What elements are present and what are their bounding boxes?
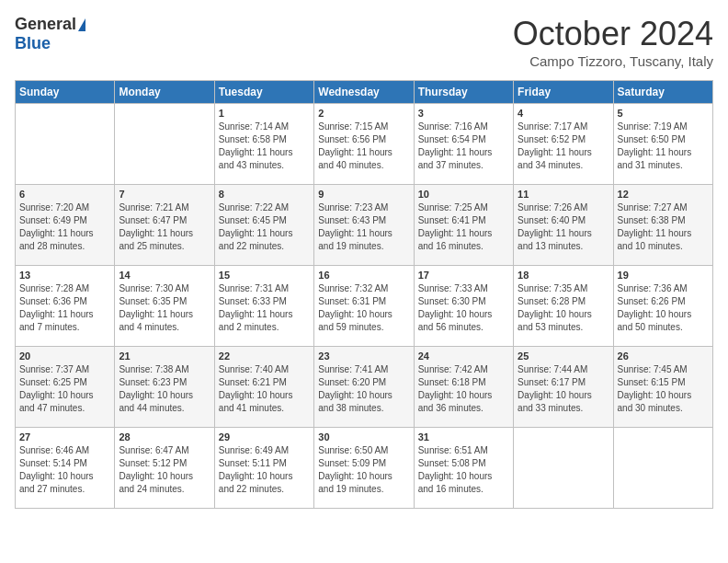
day-number: 4 — [518, 108, 609, 119]
calendar-cell: 6Sunrise: 7:20 AMSunset: 6:49 PMDaylight… — [16, 185, 115, 266]
day-number: 10 — [418, 189, 509, 200]
calendar-cell: 14Sunrise: 7:30 AMSunset: 6:35 PMDayligh… — [115, 266, 214, 347]
calendar-cell: 16Sunrise: 7:32 AMSunset: 6:31 PMDayligh… — [314, 266, 414, 347]
calendar-cell: 1Sunrise: 7:14 AMSunset: 6:58 PMDaylight… — [214, 104, 313, 185]
day-info: Sunrise: 7:37 AMSunset: 6:25 PMDaylight:… — [19, 363, 110, 415]
day-info: Sunrise: 7:15 AMSunset: 6:56 PMDaylight:… — [318, 121, 409, 172]
day-info: Sunrise: 7:27 AMSunset: 6:38 PMDaylight:… — [618, 201, 709, 253]
calendar-cell: 22Sunrise: 7:40 AMSunset: 6:21 PMDayligh… — [214, 347, 313, 428]
day-number: 7 — [119, 189, 210, 200]
logo-blue-text: Blue — [15, 34, 51, 53]
day-number: 29 — [219, 431, 310, 442]
logo-arrow-icon — [78, 18, 85, 31]
calendar-table: SundayMondayTuesdayWednesdayThursdayFrid… — [15, 80, 713, 509]
day-info: Sunrise: 6:47 AMSunset: 5:12 PMDaylight:… — [119, 444, 210, 496]
day-info: Sunrise: 7:41 AMSunset: 6:20 PMDaylight:… — [318, 363, 409, 415]
day-header-friday: Friday — [514, 81, 613, 104]
day-info: Sunrise: 7:33 AMSunset: 6:30 PMDaylight:… — [418, 282, 509, 334]
calendar-cell: 12Sunrise: 7:27 AMSunset: 6:38 PMDayligh… — [613, 185, 712, 266]
day-info: Sunrise: 7:38 AMSunset: 6:23 PMDaylight:… — [119, 363, 210, 415]
day-info: Sunrise: 7:35 AMSunset: 6:28 PMDaylight:… — [518, 282, 609, 334]
calendar-cell: 8Sunrise: 7:22 AMSunset: 6:45 PMDaylight… — [214, 185, 313, 266]
calendar-cell: 5Sunrise: 7:19 AMSunset: 6:50 PMDaylight… — [613, 104, 712, 185]
day-info: Sunrise: 6:50 AMSunset: 5:09 PMDaylight:… — [318, 444, 409, 496]
day-info: Sunrise: 6:51 AMSunset: 5:08 PMDaylight:… — [418, 444, 509, 496]
calendar-cell — [514, 428, 613, 509]
calendar-cell: 3Sunrise: 7:16 AMSunset: 6:54 PMDaylight… — [414, 104, 513, 185]
week-row-2: 6Sunrise: 7:20 AMSunset: 6:49 PMDaylight… — [16, 185, 713, 266]
day-info: Sunrise: 7:32 AMSunset: 6:31 PMDaylight:… — [318, 282, 409, 334]
day-number: 3 — [418, 108, 509, 119]
day-header-tuesday: Tuesday — [214, 81, 313, 104]
calendar-cell: 28Sunrise: 6:47 AMSunset: 5:12 PMDayligh… — [115, 428, 214, 509]
day-number: 22 — [219, 350, 310, 362]
week-row-4: 20Sunrise: 7:37 AMSunset: 6:25 PMDayligh… — [16, 347, 713, 428]
day-info: Sunrise: 7:28 AMSunset: 6:36 PMDaylight:… — [19, 282, 110, 334]
calendar-cell: 15Sunrise: 7:31 AMSunset: 6:33 PMDayligh… — [214, 266, 313, 347]
calendar-cell: 18Sunrise: 7:35 AMSunset: 6:28 PMDayligh… — [514, 266, 613, 347]
day-number: 17 — [418, 270, 509, 281]
day-info: Sunrise: 6:49 AMSunset: 5:11 PMDaylight:… — [219, 444, 310, 496]
day-number: 14 — [119, 270, 210, 281]
day-number: 31 — [418, 431, 509, 442]
day-number: 27 — [19, 431, 110, 442]
day-number: 23 — [318, 350, 409, 362]
location: Campo Tizzoro, Tuscany, Italy — [513, 53, 713, 69]
day-number: 13 — [19, 270, 110, 281]
day-header-wednesday: Wednesday — [314, 81, 414, 104]
day-number: 1 — [219, 108, 310, 119]
calendar-cell: 24Sunrise: 7:42 AMSunset: 6:18 PMDayligh… — [414, 347, 513, 428]
day-info: Sunrise: 7:42 AMSunset: 6:18 PMDaylight:… — [418, 363, 509, 415]
calendar-cell: 29Sunrise: 6:49 AMSunset: 5:11 PMDayligh… — [214, 428, 313, 509]
calendar-cell — [115, 104, 214, 185]
day-number: 16 — [318, 270, 409, 281]
calendar-cell: 30Sunrise: 6:50 AMSunset: 5:09 PMDayligh… — [314, 428, 414, 509]
day-info: Sunrise: 7:31 AMSunset: 6:33 PMDaylight:… — [219, 282, 310, 334]
title-block: October 2024 Campo Tizzoro, Tuscany, Ita… — [513, 15, 713, 69]
calendar-cell: 19Sunrise: 7:36 AMSunset: 6:26 PMDayligh… — [613, 266, 712, 347]
day-number: 2 — [318, 108, 409, 119]
calendar-cell: 27Sunrise: 6:46 AMSunset: 5:14 PMDayligh… — [16, 428, 115, 509]
day-number: 6 — [19, 189, 110, 200]
calendar-cell: 9Sunrise: 7:23 AMSunset: 6:43 PMDaylight… — [314, 185, 414, 266]
day-info: Sunrise: 7:14 AMSunset: 6:58 PMDaylight:… — [219, 121, 310, 172]
day-number: 24 — [418, 350, 509, 362]
day-number: 12 — [618, 189, 709, 200]
day-number: 20 — [19, 350, 110, 362]
day-number: 25 — [518, 350, 609, 362]
day-info: Sunrise: 7:30 AMSunset: 6:35 PMDaylight:… — [119, 282, 210, 334]
day-number: 15 — [219, 270, 310, 281]
day-info: Sunrise: 7:23 AMSunset: 6:43 PMDaylight:… — [318, 201, 409, 253]
day-header-saturday: Saturday — [613, 81, 712, 104]
day-info: Sunrise: 7:36 AMSunset: 6:26 PMDaylight:… — [618, 282, 709, 334]
page-header: General Blue October 2024 Campo Tizzoro,… — [15, 15, 713, 69]
week-row-5: 27Sunrise: 6:46 AMSunset: 5:14 PMDayligh… — [16, 428, 713, 509]
calendar-cell: 7Sunrise: 7:21 AMSunset: 6:47 PMDaylight… — [115, 185, 214, 266]
calendar-cell: 31Sunrise: 6:51 AMSunset: 5:08 PMDayligh… — [414, 428, 513, 509]
day-header-thursday: Thursday — [414, 81, 513, 104]
calendar-cell: 23Sunrise: 7:41 AMSunset: 6:20 PMDayligh… — [314, 347, 414, 428]
calendar-cell — [16, 104, 115, 185]
calendar-cell: 11Sunrise: 7:26 AMSunset: 6:40 PMDayligh… — [514, 185, 613, 266]
calendar-cell: 20Sunrise: 7:37 AMSunset: 6:25 PMDayligh… — [16, 347, 115, 428]
day-number: 30 — [318, 431, 409, 442]
day-number: 28 — [119, 431, 210, 442]
day-number: 19 — [618, 270, 709, 281]
calendar-cell: 26Sunrise: 7:45 AMSunset: 6:15 PMDayligh… — [613, 347, 712, 428]
day-number: 21 — [119, 350, 210, 362]
calendar-cell: 13Sunrise: 7:28 AMSunset: 6:36 PMDayligh… — [16, 266, 115, 347]
calendar-cell: 25Sunrise: 7:44 AMSunset: 6:17 PMDayligh… — [514, 347, 613, 428]
day-header-sunday: Sunday — [16, 81, 115, 104]
calendar-cell: 17Sunrise: 7:33 AMSunset: 6:30 PMDayligh… — [414, 266, 513, 347]
logo-general-text: General — [15, 15, 76, 34]
day-info: Sunrise: 7:40 AMSunset: 6:21 PMDaylight:… — [219, 363, 310, 415]
day-info: Sunrise: 7:45 AMSunset: 6:15 PMDaylight:… — [618, 363, 709, 415]
day-info: Sunrise: 7:19 AMSunset: 6:50 PMDaylight:… — [618, 121, 709, 172]
day-number: 8 — [219, 189, 310, 200]
day-info: Sunrise: 7:17 AMSunset: 6:52 PMDaylight:… — [518, 121, 609, 172]
calendar-cell: 10Sunrise: 7:25 AMSunset: 6:41 PMDayligh… — [414, 185, 513, 266]
calendar-cell — [613, 428, 712, 509]
day-number: 26 — [618, 350, 709, 362]
week-row-1: 1Sunrise: 7:14 AMSunset: 6:58 PMDaylight… — [16, 104, 713, 185]
month-title: October 2024 — [513, 15, 713, 53]
